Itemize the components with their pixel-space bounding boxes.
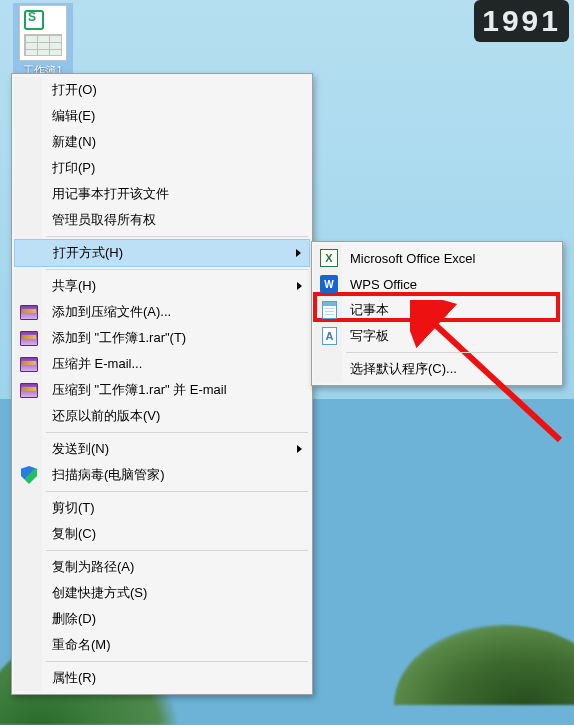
menu-print[interactable]: 打印(P) [14,155,310,181]
menu-share-label: 共享(H) [52,277,96,295]
menu-send-to-label: 发送到(N) [52,440,109,458]
menu-compress-named-email-label: 压缩到 "工作簿1.rar" 并 E-mail [52,381,227,399]
wordpad-icon [320,327,338,345]
winrar-icon [20,303,38,321]
submenu-choose-default[interactable]: 选择默认程序(C)... [314,356,560,382]
excel-icon [320,249,338,267]
wps-icon: W [320,275,338,293]
menu-delete-label: 删除(D) [52,610,96,628]
menu-separator [46,661,308,662]
menu-share[interactable]: 共享(H) [14,273,310,299]
submenu-notepad[interactable]: 记事本 [314,297,560,323]
menu-compress-named-email[interactable]: 压缩到 "工作簿1.rar" 并 E-mail [14,377,310,403]
context-menu: 打开(O) 编辑(E) 新建(N) 打印(P) 用记事本打开该文件 管理员取得所… [11,73,313,695]
menu-copy[interactable]: 复制(C) [14,521,310,547]
menu-separator [46,491,308,492]
menu-admin-ownership-label: 管理员取得所有权 [52,211,156,229]
submenu-excel[interactable]: Microsoft Office Excel [314,245,560,271]
menu-rename[interactable]: 重命名(M) [14,632,310,658]
submenu-wordpad[interactable]: 写字板 [314,323,560,349]
menu-separator [46,269,308,270]
menu-admin-ownership[interactable]: 管理员取得所有权 [14,207,310,233]
menu-copy-label: 复制(C) [52,525,96,543]
clock-digits: 1991 [482,4,561,38]
menu-scan-virus[interactable]: 扫描病毒(电脑管家) [14,462,310,488]
desktop-file-icon[interactable]: 工作簿1 [12,2,74,82]
menu-cut-label: 剪切(T) [52,499,95,517]
bg-island-right [394,625,574,705]
menu-print-label: 打印(P) [52,159,95,177]
winrar-icon [20,381,38,399]
menu-separator [46,550,308,551]
clock-widget: 1991 [474,0,569,42]
menu-separator [46,432,308,433]
menu-properties-label: 属性(R) [52,669,96,687]
submenu-excel-label: Microsoft Office Excel [350,251,475,266]
menu-compress-email[interactable]: 压缩并 E-mail... [14,351,310,377]
menu-open[interactable]: 打开(O) [14,77,310,103]
menu-open-with-notepad[interactable]: 用记事本打开该文件 [14,181,310,207]
menu-delete[interactable]: 删除(D) [14,606,310,632]
menu-edit-label: 编辑(E) [52,107,95,125]
menu-add-to-archive-label: 添加到压缩文件(A)... [52,303,171,321]
shield-icon [20,466,38,484]
submenu-choose-default-label: 选择默认程序(C)... [350,360,457,378]
menu-edit[interactable]: 编辑(E) [14,103,310,129]
menu-copy-as-path[interactable]: 复制为路径(A) [14,554,310,580]
menu-separator [346,352,558,353]
notepad-icon [320,301,338,319]
menu-new-label: 新建(N) [52,133,96,151]
winrar-icon [20,355,38,373]
submenu-arrow-icon [297,282,302,290]
menu-open-with-notepad-label: 用记事本打开该文件 [52,185,169,203]
spreadsheet-icon [19,5,67,61]
open-with-submenu: Microsoft Office Excel W WPS Office 记事本 … [311,241,563,386]
menu-add-to-named-label: 添加到 "工作簿1.rar"(T) [52,329,186,347]
menu-compress-email-label: 压缩并 E-mail... [52,355,142,373]
menu-separator [46,236,308,237]
menu-add-to-named-archive[interactable]: 添加到 "工作簿1.rar"(T) [14,325,310,351]
menu-cut[interactable]: 剪切(T) [14,495,310,521]
menu-copy-as-path-label: 复制为路径(A) [52,558,134,576]
menu-add-to-archive[interactable]: 添加到压缩文件(A)... [14,299,310,325]
submenu-arrow-icon [296,249,301,257]
menu-create-shortcut-label: 创建快捷方式(S) [52,584,147,602]
menu-open-with-label: 打开方式(H) [53,244,123,262]
submenu-wps-label: WPS Office [350,277,417,292]
submenu-arrow-icon [297,445,302,453]
menu-scan-virus-label: 扫描病毒(电脑管家) [52,466,165,484]
menu-send-to[interactable]: 发送到(N) [14,436,310,462]
submenu-wordpad-label: 写字板 [350,327,389,345]
menu-new[interactable]: 新建(N) [14,129,310,155]
submenu-notepad-label: 记事本 [350,301,389,319]
menu-restore-previous[interactable]: 还原以前的版本(V) [14,403,310,429]
submenu-wps[interactable]: W WPS Office [314,271,560,297]
menu-properties[interactable]: 属性(R) [14,665,310,691]
winrar-icon [20,329,38,347]
menu-create-shortcut[interactable]: 创建快捷方式(S) [14,580,310,606]
menu-open-label: 打开(O) [52,81,97,99]
menu-restore-previous-label: 还原以前的版本(V) [52,407,160,425]
menu-rename-label: 重命名(M) [52,636,111,654]
menu-open-with[interactable]: 打开方式(H) [14,239,310,267]
